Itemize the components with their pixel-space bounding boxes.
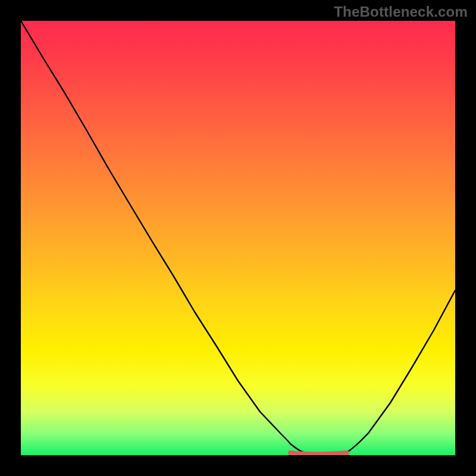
watermark-text: TheBottleneck.com xyxy=(334,4,468,20)
curve-svg xyxy=(21,21,455,455)
chart-frame: TheBottleneck.com xyxy=(0,0,476,476)
plateau-marker xyxy=(290,453,347,455)
plot-area xyxy=(21,21,455,455)
bottleneck-curve xyxy=(21,21,455,455)
